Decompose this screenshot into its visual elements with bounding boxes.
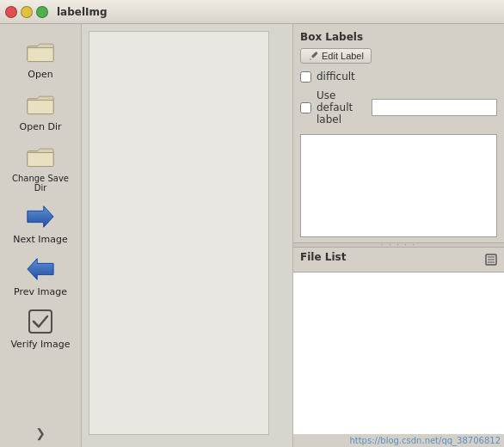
svg-rect-1 (28, 48, 53, 62)
sidebar-item-open-dir[interactable]: Open Dir (2, 83, 79, 136)
sidebar-label-next-image: Next Image (13, 234, 68, 245)
sidebar-label-open: Open (28, 69, 52, 80)
arrow-right-icon (25, 201, 56, 232)
watermark: https://blog.csdn.net/qq_38706812 (293, 434, 504, 447)
titlebar: labelImg (0, 0, 504, 24)
use-default-label-text: Use default label (317, 89, 366, 126)
file-list-icon (485, 254, 497, 266)
file-list-title: File List (300, 251, 346, 263)
default-label-input[interactable] (372, 99, 497, 116)
sidebar: Open Open Dir Change Save (0, 24, 82, 447)
svg-marker-7 (28, 259, 53, 280)
use-default-label-checkbox[interactable] (300, 102, 311, 113)
file-list-area[interactable] (293, 272, 504, 434)
pencil-icon (308, 51, 318, 61)
sidebar-item-change-save-dir[interactable]: Change Save Dir (2, 136, 79, 196)
sidebar-item-next-image[interactable]: Next Image (2, 196, 79, 248)
canvas-area (82, 24, 293, 447)
minimize-button[interactable] (21, 6, 33, 18)
window-title: labelImg (57, 6, 108, 18)
sidebar-more-button[interactable]: ❯ (35, 426, 46, 440)
more-icon: ❯ (35, 426, 46, 440)
svg-marker-6 (28, 206, 53, 228)
difficult-row: difficult (300, 70, 497, 83)
right-panel: Box Labels Edit Label difficult Use defa… (293, 24, 504, 447)
folder-dir-icon (25, 89, 56, 119)
maximize-button[interactable] (36, 6, 48, 18)
sidebar-label-prev-image: Prev Image (14, 286, 67, 297)
folder-save-icon (25, 141, 56, 172)
box-labels-title: Box Labels (300, 31, 497, 43)
sidebar-label-open-dir: Open Dir (20, 121, 62, 132)
sidebar-item-prev-image[interactable]: Prev Image (2, 248, 79, 301)
labels-list[interactable] (300, 134, 497, 237)
difficult-label: difficult (317, 70, 355, 83)
file-list-header: File List (293, 248, 504, 272)
folder-icon (25, 36, 56, 67)
svg-rect-5 (28, 153, 53, 167)
verify-icon (25, 306, 56, 337)
edit-label-button[interactable]: Edit Label (300, 48, 372, 64)
main-layout: Open Open Dir Change Save (0, 24, 504, 447)
svg-rect-3 (28, 101, 53, 114)
window-controls (5, 6, 48, 18)
sidebar-label-change-save-dir: Change Save Dir (5, 174, 76, 193)
sidebar-label-verify-image: Verify Image (10, 339, 70, 350)
close-button[interactable] (5, 6, 17, 18)
box-labels-section: Box Labels Edit Label difficult Use defa… (293, 24, 504, 129)
svg-marker-10 (310, 58, 311, 60)
sidebar-item-verify-image[interactable]: Verify Image (2, 301, 79, 353)
difficult-checkbox[interactable] (300, 71, 311, 83)
file-list-section: File List (293, 248, 504, 434)
drawing-canvas[interactable] (89, 31, 269, 435)
svg-rect-9 (311, 52, 318, 58)
sidebar-item-open[interactable]: Open (2, 31, 79, 83)
use-default-label-row: Use default label (300, 89, 497, 126)
arrow-left-icon (25, 254, 56, 285)
